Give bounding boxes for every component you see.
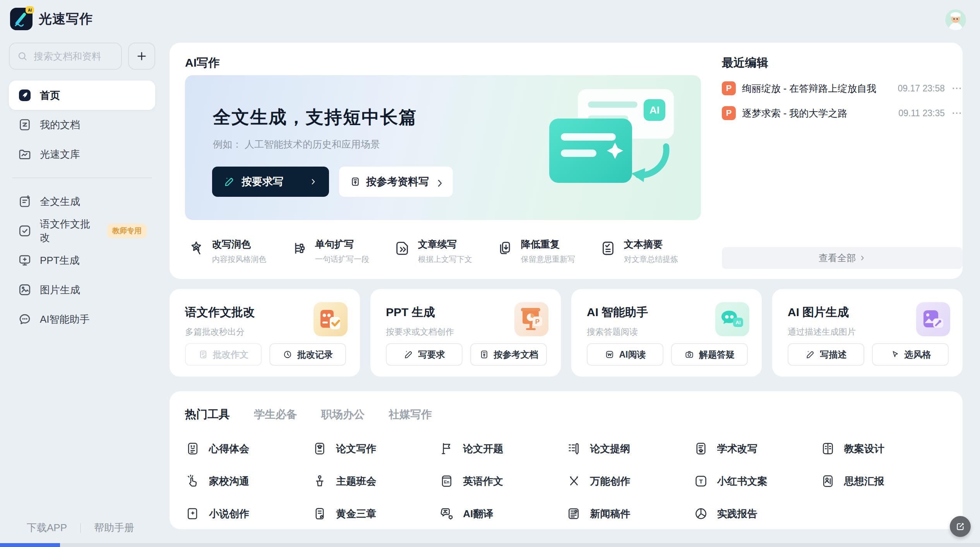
sidebar-item-label: AI智能助手 [40,313,90,326]
tool-golden[interactable]: 黄金三章 [312,506,439,521]
tool-smiley-doc[interactable]: 心得体会 [185,441,312,456]
feature-dedupe[interactable]: 降低重复保留意思重新写 [496,238,599,265]
w-read-icon [605,349,615,360]
tool-thesis[interactable]: 论文写作 [312,441,439,456]
camera-icon [684,349,694,360]
doc-check-icon [198,349,208,360]
tool-en-book[interactable]: En英语作文 [439,473,566,489]
sidebar-item-library[interactable]: 光速文库 [9,139,155,169]
translate-icon [439,506,454,521]
tools-tab-3[interactable]: 职场办公 [321,407,365,422]
card-button-clock[interactable]: 批改记录 [269,343,346,366]
tool-label: 万能创作 [590,475,630,488]
user-avatar[interactable] [945,9,966,30]
tool-label: 新闻稿件 [590,507,630,521]
card-button-pen[interactable]: 写描述 [788,343,864,366]
tools-tab-4[interactable]: 社媒写作 [389,407,432,422]
tool-novel[interactable]: 小说创作 [185,506,312,521]
en-book-icon: En [439,473,454,489]
tool-academic[interactable]: 学术改写 [693,441,820,456]
tool-podium[interactable]: 主题班会 [312,473,439,489]
tool-news[interactable]: 新闻稿件 [566,506,693,521]
feature-continue[interactable]: 文章续写根据上文写下文 [393,238,496,265]
compose-fab-button[interactable] [950,516,971,537]
help-manual-link[interactable]: 帮助手册 [94,521,134,535]
search-input[interactable] [33,50,114,62]
sidebar-item-check-square[interactable]: 语文作文批改教师专用 [9,216,155,246]
recent-doc-item[interactable]: P逐梦求索 - 我的大学之路09.11 23:35 [722,101,963,126]
card-button-doc-upload[interactable]: 按参考文档 [470,343,547,366]
recent-doc-title: 绚丽绽放 - 在答辩路上绽放自我 [742,82,891,95]
feature-title: 单句扩写 [315,238,369,251]
card-buttons: 批改作文批改记录 [185,343,346,366]
svg-text:En: En [444,480,449,484]
download-app-link[interactable]: 下载APP [27,521,67,535]
feature-subtitle: 保留意思重新写 [521,254,575,265]
chevron-right-icon [309,177,317,186]
tool-cross-pens[interactable]: 万能创作 [566,473,693,489]
card-button-label: 批改作文 [213,349,248,361]
hero-illustration: AI [544,84,679,211]
hero-title: 全文生成，支持短中长篇 [213,105,417,129]
write-by-reference-button[interactable]: 按参考资料写 [339,167,453,197]
more-options-icon[interactable] [951,83,963,94]
write-by-requirements-button[interactable]: 按要求写 [212,167,329,197]
tools-tabs: 热门工具学生必备职场办公社媒写作 [185,407,947,422]
monitor-icon [17,253,32,268]
continue-icon [393,239,411,257]
card-button-camera[interactable]: 解题答疑 [671,343,748,366]
sidebar-item-doc[interactable]: 我的文档 [9,110,155,139]
sidebar-item-home[interactable]: 首页 [9,81,155,110]
sidebar-item-chat[interactable]: AI智能助手 [9,304,155,334]
chevron-right-icon [859,255,866,261]
tool-person-doc[interactable]: 思想汇报 [820,473,947,489]
sidebar-item-label: 图片生成 [40,283,80,297]
tool-report[interactable]: 实践报告 [693,506,820,521]
view-all-button[interactable]: 查看全部 [722,247,963,269]
sidebar-item-monitor[interactable]: PPT生成 [9,246,155,275]
tool-hand[interactable]: 家校沟通 [185,473,312,489]
feature-expand[interactable]: 单句扩写一句话扩写一段 [290,238,393,265]
sidebar-item-label: 首页 [40,89,60,102]
feature-cards-row: 语文作文批改多篇批改秒出分批改作文批改记录PPT 生成按要求或文档创作P写要求按… [170,289,963,377]
tool-xhs[interactable]: T小红书文案 [693,473,820,489]
card-button-pen[interactable]: 写要求 [386,343,463,366]
card-essay-grading: 语文作文批改多篇批改秒出分批改作文批改记录 [170,289,360,377]
view-all-label: 查看全部 [819,252,856,264]
card-image-gen: AI 图片生成通过描述生成图片写描述选风格 [772,289,963,377]
doc-upload-icon [479,349,489,360]
tool-flag[interactable]: 论文开题 [439,441,566,456]
new-document-button[interactable] [128,43,155,70]
pen-icon [224,176,235,187]
card-button-doc-check[interactable]: 批改作文 [185,343,262,366]
feature-summary[interactable]: 文本摘要对文章总结提炼 [599,238,702,265]
xhs-icon: T [693,473,709,489]
sidebar-item-label: PPT生成 [40,254,80,267]
tools-tab-2[interactable]: 学生必备 [254,407,297,422]
more-options-icon[interactable] [951,107,963,119]
tool-outline[interactable]: 论文提纲 [566,441,693,456]
sidebar-item-image[interactable]: 图片生成 [9,275,155,304]
card-button-style[interactable]: 选风格 [872,343,949,366]
svg-text:AI: AI [28,8,32,12]
sidebar-item-doc-plus[interactable]: 全文生成 [9,187,155,216]
image-icon [17,282,32,297]
recent-edits-list: P绚丽绽放 - 在答辩路上绽放自我09.17 23:58P逐梦求索 - 我的大学… [722,76,963,126]
style-icon [890,349,900,360]
recent-doc-item[interactable]: P绚丽绽放 - 在答辩路上绽放自我09.17 23:58 [722,76,963,101]
sidebar-item-label: 语文作文批改 [40,217,96,244]
card-button-w-read[interactable]: AI阅读 [587,343,663,366]
card-button-label: 批改记录 [297,349,333,361]
podium-icon [312,473,327,489]
plus-icon [135,50,148,62]
tool-lesson[interactable]: 教案设计 [820,441,947,456]
tool-translate[interactable]: AI翻译 [439,506,566,521]
tool-label: 英语作文 [463,475,503,488]
tools-tab-1[interactable]: 热门工具 [185,407,230,422]
pen-icon [805,349,816,360]
feature-polish[interactable]: 改写润色内容按风格润色 [187,238,290,265]
summary-icon [599,239,617,257]
expand-icon [290,239,308,257]
check-square-icon [17,224,32,238]
card-buttons: 写要求按参考文档 [386,343,547,366]
